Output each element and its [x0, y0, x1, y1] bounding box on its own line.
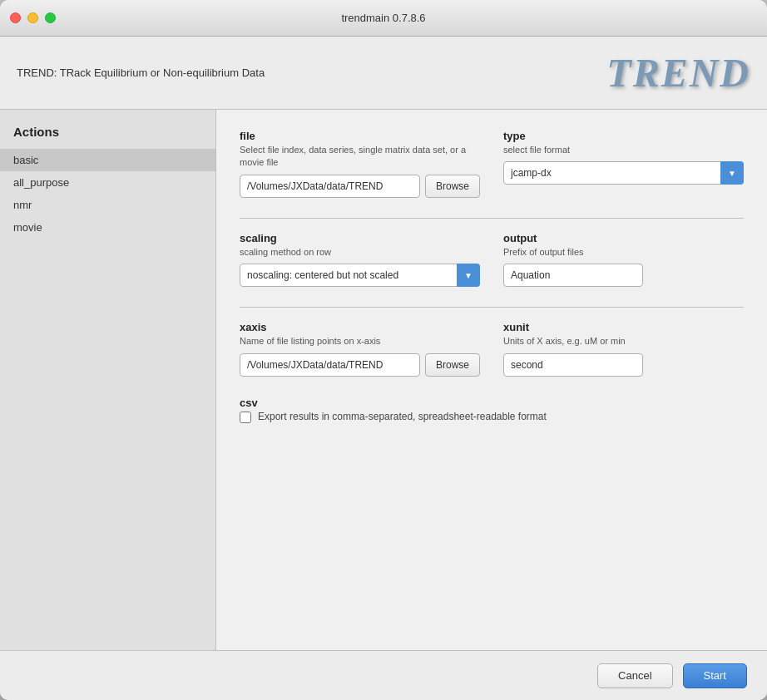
- file-browse-button[interactable]: Browse: [425, 175, 480, 198]
- xunit-group: xunit Units of X axis, e.g. uM or min: [503, 321, 744, 376]
- output-group: output Prefix of output files: [503, 232, 744, 287]
- app-logo: TREND: [606, 50, 750, 96]
- xaxis-input-row: Browse: [240, 353, 480, 377]
- window-title: trendmain 0.7.8.6: [341, 12, 425, 24]
- maximize-button[interactable]: [45, 12, 56, 23]
- scaling-group: scaling scaling method on row noscaling:…: [240, 232, 480, 287]
- form-area: file Select file index, data series, sin…: [216, 110, 767, 650]
- xaxis-group: xaxis Name of file listing points on x-a…: [240, 321, 480, 376]
- type-group: type select file format jcamp-dx csv nmr…: [503, 130, 744, 198]
- form-row-1: file Select file index, data series, sin…: [240, 130, 744, 198]
- xaxis-browse-button[interactable]: Browse: [425, 353, 480, 377]
- xunit-label: xunit: [503, 321, 744, 333]
- cancel-button[interactable]: Cancel: [597, 663, 672, 688]
- divider-2: [240, 307, 744, 308]
- csv-checkbox-row: Export results in comma-separated, sprea…: [240, 411, 744, 423]
- start-button[interactable]: Start: [683, 663, 747, 688]
- csv-section: csv Export results in comma-separated, s…: [240, 397, 744, 423]
- app-subtitle: TREND: TRack Equilibrium or Non-equilibr…: [17, 67, 265, 79]
- sidebar-item-basic[interactable]: basic: [0, 149, 215, 171]
- sidebar: Actions basic all_purpose nmr movie: [0, 110, 216, 650]
- type-description: select file format: [503, 144, 744, 156]
- type-select-wrapper: jcamp-dx csv nmrpipe sparky ▼: [503, 161, 744, 185]
- scaling-select[interactable]: noscaling: centered but not scaled autos…: [240, 264, 480, 287]
- main-content: Actions basic all_purpose nmr movie file…: [0, 110, 767, 650]
- header: TREND: TRack Equilibrium or Non-equilibr…: [0, 37, 767, 110]
- file-label: file: [240, 130, 480, 142]
- type-label: type: [503, 130, 744, 142]
- sidebar-title: Actions: [0, 118, 215, 149]
- titlebar-buttons: [10, 12, 56, 23]
- xunit-description: Units of X axis, e.g. uM or min: [503, 335, 744, 348]
- sidebar-item-all-purpose[interactable]: all_purpose: [0, 171, 215, 194]
- csv-checkbox[interactable]: [240, 412, 251, 423]
- close-button[interactable]: [10, 12, 21, 23]
- csv-description: Export results in comma-separated, sprea…: [258, 411, 547, 422]
- footer: Cancel Start: [0, 650, 767, 700]
- scaling-label: scaling: [240, 232, 480, 244]
- titlebar: trendmain 0.7.8.6: [0, 0, 767, 37]
- file-group: file Select file index, data series, sin…: [240, 130, 480, 198]
- output-label: output: [503, 232, 744, 244]
- divider-1: [240, 218, 744, 219]
- xaxis-label: xaxis: [240, 321, 480, 333]
- type-select[interactable]: jcamp-dx csv nmrpipe sparky: [503, 161, 744, 185]
- output-description: Prefix of output files: [503, 246, 744, 259]
- file-input-row: Browse: [240, 175, 480, 198]
- form-row-3: xaxis Name of file listing points on x-a…: [240, 321, 744, 376]
- scaling-select-wrapper: noscaling: centered but not scaled autos…: [240, 264, 480, 287]
- csv-label: csv: [240, 397, 744, 409]
- scaling-description: scaling method on row: [240, 246, 480, 259]
- file-input[interactable]: [240, 175, 420, 198]
- output-input[interactable]: [503, 264, 643, 287]
- form-row-2: scaling scaling method on row noscaling:…: [240, 232, 744, 287]
- xaxis-input[interactable]: [240, 353, 420, 377]
- sidebar-item-nmr[interactable]: nmr: [0, 194, 215, 216]
- main-window: trendmain 0.7.8.6 TREND: TRack Equilibri…: [0, 0, 767, 700]
- xaxis-description: Name of file listing points on x-axis: [240, 335, 480, 348]
- file-description: Select file index, data series, single m…: [240, 144, 480, 170]
- xunit-input[interactable]: [503, 353, 643, 377]
- sidebar-item-movie[interactable]: movie: [0, 216, 215, 239]
- minimize-button[interactable]: [27, 12, 38, 23]
